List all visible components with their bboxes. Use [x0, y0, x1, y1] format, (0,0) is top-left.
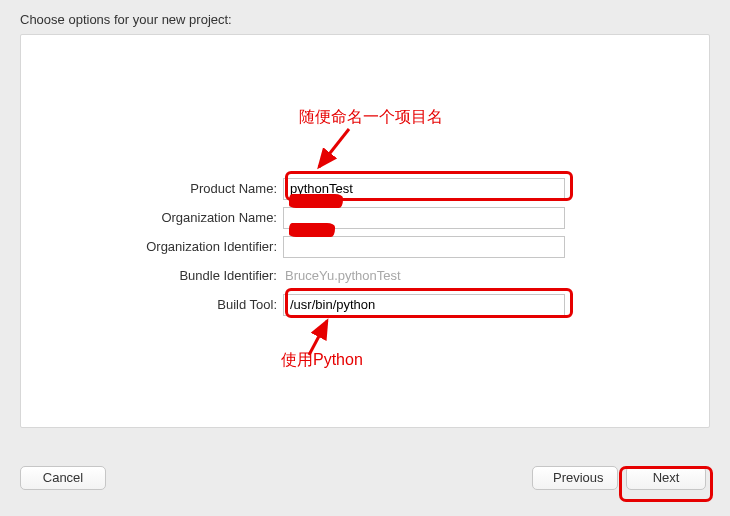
- label-product-name: Product Name:: [21, 181, 283, 196]
- bundle-identifier-value: BruceYu.pythonTest: [283, 268, 401, 283]
- previous-button[interactable]: Previous: [532, 466, 618, 490]
- row-organization-name: Organization Name:: [21, 204, 709, 231]
- label-organization-name: Organization Name:: [21, 210, 283, 225]
- arrow-icon: [295, 315, 345, 365]
- row-product-name: Product Name:: [21, 175, 709, 202]
- label-organization-identifier: Organization Identifier:: [21, 239, 283, 254]
- form: Product Name: Organization Name: Organiz…: [21, 175, 709, 320]
- arrow-icon: [309, 125, 359, 175]
- row-bundle-identifier: Bundle Identifier: BruceYu.pythonTest: [21, 262, 709, 289]
- organization-identifier-field[interactable]: [283, 236, 565, 258]
- annotation-product-name: 随便命名一个项目名: [299, 107, 443, 128]
- options-panel: Product Name: Organization Name: Organiz…: [20, 34, 710, 428]
- row-organization-identifier: Organization Identifier:: [21, 233, 709, 260]
- cancel-button[interactable]: Cancel: [20, 466, 106, 490]
- build-tool-field[interactable]: [283, 294, 565, 316]
- label-bundle-identifier: Bundle Identifier:: [21, 268, 283, 283]
- row-build-tool: Build Tool:: [21, 291, 709, 318]
- redacted-icon: [289, 223, 335, 237]
- label-build-tool: Build Tool:: [21, 297, 283, 312]
- page-title: Choose options for your new project:: [20, 12, 232, 27]
- redacted-icon: [289, 194, 343, 208]
- annotation-build-tool: 使用Python: [281, 350, 363, 371]
- next-button[interactable]: Next: [626, 466, 706, 490]
- button-bar: Cancel Previous Next: [0, 466, 730, 496]
